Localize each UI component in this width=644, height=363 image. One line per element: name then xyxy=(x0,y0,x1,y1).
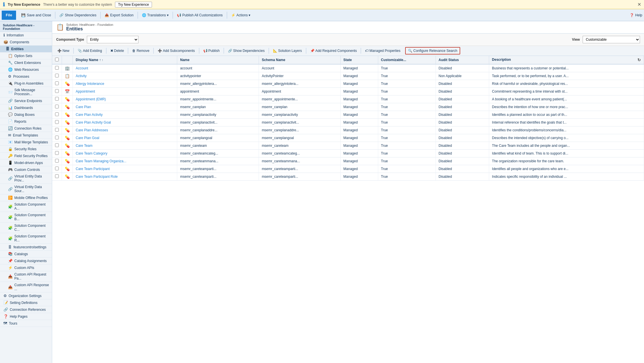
remove-button[interactable]: 🗑 Remove xyxy=(129,47,152,54)
sidebar-item-org-settings[interactable]: ⚙Organization Settings xyxy=(0,292,52,299)
row-check-9[interactable] xyxy=(55,136,59,139)
sidebar-item-email-templates[interactable]: ✉Email Templates xyxy=(0,132,52,139)
sidebar-item-solution-comp-b[interactable]: 🧩Solution Component B... xyxy=(0,212,52,223)
managed-props-button[interactable]: 🏷 Managed Properties xyxy=(362,47,403,54)
refresh-icon[interactable]: ↻ xyxy=(637,58,641,62)
description-header[interactable]: Description ↻ xyxy=(489,56,644,64)
select-all-header[interactable] xyxy=(52,56,62,64)
display-name-link-1[interactable]: Activity xyxy=(76,74,87,78)
row-check-14[interactable] xyxy=(55,174,59,178)
row-check-0[interactable] xyxy=(55,66,59,70)
solution-layers-button[interactable]: 📐 Solution Layers xyxy=(270,47,305,54)
sidebar-item-components[interactable]: 📦Components xyxy=(0,39,52,46)
export-button[interactable]: 📤 Export Solution xyxy=(102,11,136,19)
sidebar-item-custom-apis[interactable]: ⚡Custom APIs xyxy=(0,264,52,271)
sidebar-item-sdk-message[interactable]: 📨Sdk Message Processin... xyxy=(0,87,52,97)
row-check-5[interactable] xyxy=(55,105,59,108)
row-check-13[interactable] xyxy=(55,167,59,170)
name-header[interactable]: Name xyxy=(177,56,259,64)
configure-relevance-button[interactable]: 🔍 Configure Relevance Search xyxy=(405,47,460,54)
sidebar-item-help-pages[interactable]: ❓Help Pages xyxy=(0,313,52,320)
row-display-name-11[interactable]: Care Team Category xyxy=(73,150,177,157)
row-display-name-9[interactable]: Care Plan Goal xyxy=(73,134,177,142)
audit-status-header[interactable]: Audit Status xyxy=(436,56,489,64)
row-checkbox-9[interactable] xyxy=(52,134,62,142)
display-name-link-4[interactable]: Appointment (EMR) xyxy=(76,97,106,101)
row-checkbox-11[interactable] xyxy=(52,150,62,157)
sidebar-item-plugin-assemblies[interactable]: 🔌Plug-in Assemblies xyxy=(0,80,52,87)
row-checkbox-14[interactable] xyxy=(52,173,62,181)
row-display-name-10[interactable]: Care Team xyxy=(73,142,177,150)
display-name-link-6[interactable]: Care Plan Activity xyxy=(76,113,103,117)
file-button[interactable]: File xyxy=(2,11,16,20)
select-all-checkbox[interactable] xyxy=(55,58,59,61)
row-check-2[interactable] xyxy=(55,81,59,85)
sidebar-item-web-resources[interactable]: 🌐Web Resources xyxy=(0,66,52,73)
sidebar-item-custom-api-res[interactable]: 📤Custom API Response ... xyxy=(0,282,52,292)
sidebar-item-service-endpoints[interactable]: 🔗Service Endpoints xyxy=(0,97,52,104)
sidebar-item-dialog-boxes[interactable]: 💬Dialog Boxes xyxy=(0,111,52,118)
sidebar-item-security-roles[interactable]: 🔒Security Roles xyxy=(0,146,52,153)
sidebar-item-option-sets[interactable]: 📋Option Sets xyxy=(0,52,52,59)
state-header[interactable]: State xyxy=(340,56,378,64)
row-display-name-4[interactable]: Appointment (EMR) xyxy=(73,95,177,103)
save-close-button[interactable]: 💾 Save and Close xyxy=(19,11,53,19)
row-check-6[interactable] xyxy=(55,112,59,116)
sidebar-item-reports[interactable]: 📄Reports xyxy=(0,118,52,125)
row-checkbox-5[interactable] xyxy=(52,103,62,111)
add-existing-button[interactable]: 📎 Add Existing xyxy=(75,47,105,54)
row-checkbox-2[interactable] xyxy=(52,80,62,88)
display-name-link-8[interactable]: Care Plan Addresses xyxy=(76,128,108,132)
row-display-name-12[interactable]: Care Team Managing Organiza... xyxy=(73,157,177,165)
row-check-11[interactable] xyxy=(55,151,59,155)
row-checkbox-12[interactable] xyxy=(52,157,62,165)
display-name-link-11[interactable]: Care Team Category xyxy=(76,151,108,155)
sidebar-item-catalog-assign[interactable]: 📌Catalog Assignments xyxy=(0,257,52,264)
sidebar-item-catalogs[interactable]: 📚Catalogs xyxy=(0,251,52,257)
display-name-link-12[interactable]: Care Team Managing Organiza... xyxy=(76,159,126,163)
sidebar-item-solution-comp-c[interactable]: 🧩Solution Component C... xyxy=(0,223,52,233)
row-checkbox-8[interactable] xyxy=(52,126,62,134)
display-name-link-7[interactable]: Care Plan Activity Goal xyxy=(76,120,111,124)
row-check-12[interactable] xyxy=(55,159,59,163)
sidebar-item-setting-defs[interactable]: 📝Setting Definitions xyxy=(0,299,52,306)
display-name-link-0[interactable]: Account xyxy=(76,66,88,70)
row-display-name-6[interactable]: Care Plan Activity xyxy=(73,111,177,119)
new-button[interactable]: ➕ New xyxy=(54,47,72,54)
row-check-10[interactable] xyxy=(55,143,59,147)
sidebar-item-solution-comp-r[interactable]: 🧩Solution Component R... xyxy=(0,233,52,244)
row-checkbox-4[interactable] xyxy=(52,95,62,103)
sidebar-item-connection-roles[interactable]: 🔄Connection Roles xyxy=(0,125,52,132)
row-display-name-1[interactable]: Activity xyxy=(73,72,177,80)
row-check-1[interactable] xyxy=(55,74,59,77)
row-checkbox-1[interactable] xyxy=(52,72,62,80)
add-required-button[interactable]: 📌 Add Required Components xyxy=(307,47,360,54)
sidebar-item-virtual-entity1[interactable]: 🔗Virtual Entity Data Prov... xyxy=(0,173,52,184)
display-name-link-13[interactable]: Care Team Participant xyxy=(76,167,110,171)
sidebar-item-processes[interactable]: ⚙Processes xyxy=(0,73,52,80)
display-name-header[interactable]: Display Name ↑ xyxy=(73,56,177,64)
sidebar-item-dashboards[interactable]: 📊Dashboards xyxy=(0,104,52,111)
row-display-name-8[interactable]: Care Plan Addresses xyxy=(73,126,177,134)
row-check-8[interactable] xyxy=(55,128,59,132)
sidebar-item-custom-controls[interactable]: 🎮Custom Controls xyxy=(0,166,52,173)
display-name-link-5[interactable]: Care Plan xyxy=(76,105,91,109)
publish-all-button[interactable]: 📢 Publish All Customizations xyxy=(175,11,225,19)
sidebar-item-entities[interactable]: 🗄Entities xyxy=(0,46,52,52)
display-name-link-3[interactable]: Appointment xyxy=(76,89,95,93)
schema-name-header[interactable]: Schema Name xyxy=(259,56,340,64)
actions-button[interactable]: ⚡ Actions ▾ xyxy=(229,11,253,19)
customizable-header[interactable]: Customizable... xyxy=(378,56,436,64)
row-display-name-3[interactable]: Appointment xyxy=(73,88,177,95)
sidebar-item-field-security[interactable]: 🔑Field Security Profiles xyxy=(0,153,52,159)
row-display-name-5[interactable]: Care Plan xyxy=(73,103,177,111)
help-button[interactable]: ❓ Help xyxy=(630,13,642,17)
sidebar-item-solution-comp-a[interactable]: 🧩Solution Component A... xyxy=(0,201,52,212)
row-display-name-7[interactable]: Care Plan Activity Goal xyxy=(73,119,177,126)
display-name-link-14[interactable]: Care Team Participant Role xyxy=(76,175,118,179)
row-display-name-13[interactable]: Care Team Participant xyxy=(73,165,177,173)
sidebar-item-mail-merge[interactable]: 📧Mail Merge Templates xyxy=(0,139,52,146)
sidebar-item-tours[interactable]: 🗺Tours xyxy=(0,320,52,327)
try-new-button[interactable]: Try New Experience xyxy=(115,2,152,7)
row-check-3[interactable] xyxy=(55,89,59,93)
